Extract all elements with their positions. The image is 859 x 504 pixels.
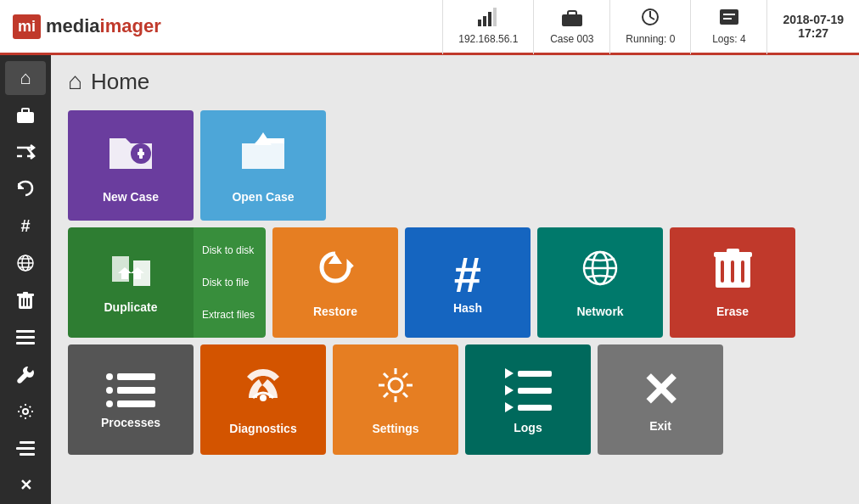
- status-case: Case 003: [533, 0, 609, 54]
- sidebar-item-undo[interactable]: [5, 172, 46, 206]
- extract-files[interactable]: Extract files: [199, 304, 261, 326]
- sidebar-item-cases[interactable]: [5, 98, 46, 132]
- tile-hash[interactable]: # Hash: [405, 227, 531, 338]
- tile-open-case[interactable]: Open Case: [200, 110, 326, 221]
- sidebar-item-menu2[interactable]: [5, 432, 46, 466]
- hash-icon: #: [454, 250, 481, 300]
- tile-processes[interactable]: Processes: [68, 344, 194, 455]
- svg-rect-43: [741, 260, 744, 283]
- restore-label: Restore: [313, 305, 357, 318]
- svg-rect-41: [721, 260, 724, 283]
- svg-point-45: [389, 378, 402, 392]
- tile-network[interactable]: Network: [537, 227, 663, 338]
- svg-point-44: [260, 395, 267, 401]
- hash-label: Hash: [453, 301, 482, 315]
- svg-rect-11: [22, 109, 29, 114]
- time-value: 17:27: [798, 26, 828, 40]
- page-title-bar: ⌂ Home: [68, 68, 842, 95]
- settings-icon: [373, 364, 419, 417]
- open-case-label: Open Case: [232, 190, 294, 204]
- logs-icon: [502, 365, 555, 416]
- status-logs: Logs: 4: [690, 0, 766, 54]
- svg-rect-0: [478, 20, 481, 26]
- main-area: ⌂ #: [0, 55, 859, 504]
- sidebar-item-home[interactable]: ⌂: [5, 61, 46, 95]
- logo-box: mi: [13, 14, 41, 39]
- duplicate-icon-area: Duplicate: [68, 227, 194, 338]
- tile-duplicate[interactable]: Duplicate Disk to disk Disk to file Extr…: [68, 227, 266, 338]
- processes-label: Processes: [101, 416, 160, 429]
- sidebar-item-list[interactable]: [5, 321, 46, 355]
- sidebar-item-hash[interactable]: #: [5, 210, 46, 244]
- sidebar-item-exit[interactable]: ✕: [5, 468, 46, 502]
- tile-logs[interactable]: Logs: [465, 344, 591, 455]
- duplicate-menu: Disk to disk Disk to file Extract files: [194, 227, 266, 338]
- svg-rect-5: [568, 11, 576, 16]
- diagnostics-label: Diagnostics: [229, 422, 296, 435]
- svg-rect-32: [139, 148, 143, 159]
- svg-rect-2: [488, 12, 491, 26]
- tile-erase[interactable]: Erase: [670, 227, 795, 338]
- open-case-icon: [238, 128, 289, 185]
- exit-label: Exit: [649, 419, 671, 433]
- diagnostics-icon: [240, 364, 287, 417]
- exit-icon: ✕: [641, 367, 680, 414]
- sidebar-item-globe[interactable]: [5, 246, 46, 280]
- svg-rect-27: [20, 441, 35, 444]
- svg-rect-22: [28, 298, 30, 306]
- signal-icon: [476, 8, 500, 31]
- header: mi mediaimager 192.168.56.1: [0, 0, 859, 55]
- logs-header-icon: [717, 8, 741, 31]
- svg-point-26: [23, 409, 28, 414]
- page-title: Home: [91, 69, 149, 95]
- tile-settings[interactable]: Settings: [333, 344, 458, 455]
- home-icon: ⌂: [68, 68, 82, 95]
- tile-new-case[interactable]: New Case: [68, 110, 194, 221]
- case-label: Case 003: [550, 33, 593, 45]
- tile-diagnostics[interactable]: Diagnostics: [200, 344, 326, 455]
- erase-icon: [714, 247, 752, 300]
- sidebar-item-shuffle[interactable]: [5, 135, 46, 169]
- svg-rect-28: [16, 447, 35, 450]
- duplicate-label: Duplicate: [104, 300, 157, 314]
- logo-area: mi mediaimager: [0, 14, 170, 39]
- svg-rect-40: [727, 249, 739, 254]
- header-status: 192.168.56.1 Case 003 Running: 0: [442, 0, 859, 54]
- sidebar: ⌂ #: [0, 55, 51, 504]
- processes-icon: [103, 370, 159, 411]
- erase-label: Erase: [716, 305, 749, 318]
- new-case-label: New Case: [103, 190, 159, 204]
- disk-to-disk[interactable]: Disk to disk: [199, 239, 261, 261]
- svg-rect-1: [483, 16, 486, 26]
- sidebar-item-wrench[interactable]: [5, 357, 46, 391]
- svg-rect-21: [25, 298, 26, 306]
- running-icon: [638, 8, 662, 31]
- logs-tile-label: Logs: [514, 421, 542, 434]
- svg-rect-20: [21, 298, 23, 306]
- content-area: ⌂ Home New Case: [51, 55, 859, 504]
- sidebar-item-gear[interactable]: [5, 395, 46, 428]
- logo-text: mediaimager: [46, 15, 161, 37]
- restore-icon: [312, 247, 359, 300]
- new-case-icon: [105, 128, 156, 185]
- status-ip: 192.168.56.1: [442, 0, 533, 54]
- logs-label: Logs: 4: [712, 33, 745, 45]
- disk-to-file[interactable]: Disk to file: [199, 272, 261, 294]
- svg-rect-7: [720, 9, 738, 25]
- tile-restore[interactable]: Restore: [272, 227, 398, 338]
- settings-label: Settings: [372, 422, 418, 435]
- svg-rect-23: [16, 330, 35, 333]
- svg-rect-8: [723, 14, 735, 15]
- network-globe-icon: [577, 247, 624, 300]
- date-value: 2018-07-19: [783, 13, 844, 26]
- sidebar-item-trash[interactable]: [5, 283, 46, 317]
- duplicate-icon: [108, 252, 154, 294]
- datetime: 2018-07-19 17:27: [766, 0, 859, 54]
- tile-row-2: Duplicate Disk to disk Disk to file Extr…: [68, 227, 842, 338]
- tile-exit[interactable]: ✕ Exit: [598, 344, 723, 455]
- case-icon: [560, 8, 584, 31]
- tiles-grid: New Case Open Case: [68, 110, 842, 455]
- svg-rect-19: [23, 292, 28, 294]
- svg-rect-24: [16, 336, 35, 339]
- network-label: Network: [576, 305, 623, 318]
